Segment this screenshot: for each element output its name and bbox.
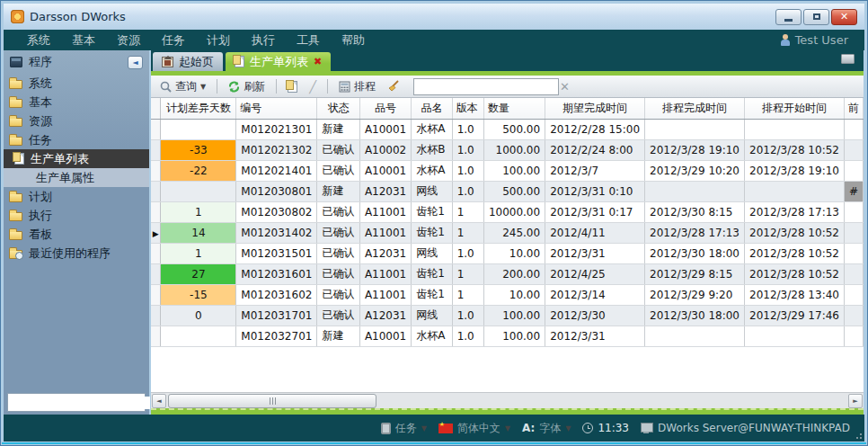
column-header-name[interactable]: 品名: [412, 98, 452, 119]
cell-pn[interactable]: A12031: [359, 305, 411, 326]
cell-sched_start[interactable]: 2012/3/28 10:52: [745, 139, 845, 160]
cell-status[interactable]: 新建: [317, 326, 359, 346]
status-language-menu[interactable]: 简体中文 ▼: [438, 421, 510, 436]
cell-name[interactable]: 齿轮1: [412, 222, 452, 243]
cell-no[interactable]: M012031701: [236, 305, 317, 326]
cell-extra[interactable]: [844, 160, 863, 181]
cell-extra[interactable]: [844, 139, 863, 160]
cell-diff[interactable]: -22: [161, 160, 236, 181]
cell-status[interactable]: 已确认: [317, 222, 359, 243]
minimize-button[interactable]: [775, 9, 802, 25]
cell-no[interactable]: M012031601: [236, 263, 317, 284]
cell-sched_start[interactable]: 2012/3/28 10:52: [745, 222, 845, 243]
horizontal-scrollbar[interactable]: ◄ ►: [151, 392, 864, 408]
cell-name[interactable]: 网线: [412, 243, 452, 263]
column-header-sched_start[interactable]: 排程开始时间: [745, 98, 845, 119]
column-header-diff[interactable]: 计划差异天数: [161, 98, 236, 119]
cell-due[interactable]: 2012/2/28 15:00: [545, 119, 645, 139]
sidebar-item-3[interactable]: 资源: [4, 112, 149, 130]
cell-sched_start[interactable]: 2012/3/28 10:52: [745, 263, 845, 284]
cell-due[interactable]: 2012/3/31 0:17: [545, 201, 645, 222]
cell-no[interactable]: M012031402: [236, 222, 317, 243]
table-row[interactable]: 0M012031701已确认A12031网线1.0100.002012/3/30…: [151, 305, 864, 326]
cell-no[interactable]: M012021302: [236, 139, 317, 160]
row-selector[interactable]: [151, 305, 161, 326]
cell-status[interactable]: 已确认: [317, 263, 359, 284]
table-row[interactable]: 1M012031501已确认A12031网线1.010.002012/3/312…: [151, 243, 864, 263]
cell-ver[interactable]: 1: [452, 222, 483, 243]
cell-qty[interactable]: 500.00: [483, 119, 545, 139]
schedule-button[interactable]: 排程: [335, 77, 379, 96]
cell-ver[interactable]: 1.0: [452, 305, 483, 326]
cell-qty[interactable]: 245.00: [483, 222, 545, 243]
cell-sched_start[interactable]: [745, 326, 845, 346]
table-row[interactable]: -15M012031602已确认A11001齿轮1110.002012/3/14…: [151, 284, 864, 305]
row-selector[interactable]: [151, 284, 161, 305]
cell-ver[interactable]: 1: [452, 201, 483, 222]
sidebar-item-6[interactable]: 生产单属性: [4, 168, 149, 187]
cell-diff[interactable]: 27: [161, 263, 236, 284]
cell-ver[interactable]: 1.0: [452, 160, 483, 181]
cell-pn[interactable]: A10002: [359, 139, 411, 160]
cell-extra[interactable]: [844, 119, 863, 139]
menu-item-7[interactable]: 工具: [286, 31, 331, 50]
cell-sched_end[interactable]: 2012/3/28 19:10: [645, 139, 745, 160]
table-row[interactable]: M012021301新建A10001水杯A1.0500.002012/2/28 …: [151, 119, 864, 139]
cell-status[interactable]: 已确认: [317, 284, 359, 305]
cell-sched_end[interactable]: 2012/3/30 18:00: [645, 243, 745, 263]
cell-sched_start[interactable]: 2012/3/28 19:10: [745, 160, 845, 181]
cell-due[interactable]: 2012/3/31: [545, 243, 645, 263]
row-selector[interactable]: [151, 326, 161, 346]
cell-due[interactable]: 2012/3/31 0:10: [545, 181, 645, 201]
close-button[interactable]: ✕: [831, 9, 857, 25]
cell-diff[interactable]: -15: [161, 284, 236, 305]
cell-sched_end[interactable]: [645, 326, 745, 346]
float-window-icon[interactable]: [841, 54, 855, 64]
table-row[interactable]: 1M012030802已确认A11001齿轮1110000.002012/3/3…: [151, 201, 864, 222]
menu-item-5[interactable]: 计划: [196, 31, 241, 50]
menu-item-3[interactable]: 资源: [106, 31, 151, 50]
cell-pn[interactable]: A12031: [359, 243, 411, 263]
cell-extra[interactable]: [844, 222, 863, 243]
table-row[interactable]: -22M012021401已确认A10001水杯A1.0100.002012/3…: [151, 160, 864, 181]
cell-sched_end[interactable]: [645, 119, 745, 139]
sidebar-item-8[interactable]: 执行: [4, 206, 149, 225]
cell-diff[interactable]: 14: [161, 222, 236, 243]
sidebar-item-7[interactable]: 计划: [4, 187, 149, 206]
toolbar-search-input[interactable]: [421, 80, 556, 93]
cell-pn[interactable]: A10001: [359, 119, 411, 139]
row-selector[interactable]: [151, 243, 161, 263]
cell-qty[interactable]: 10.00: [483, 243, 545, 263]
cell-sched_start[interactable]: 2012/3/29 17:46: [745, 305, 845, 326]
resize-grip[interactable]: [855, 433, 863, 440]
cell-diff[interactable]: 0: [161, 305, 236, 326]
cell-no[interactable]: M012021401: [236, 160, 317, 181]
cell-sched_end[interactable]: [645, 181, 745, 201]
cell-diff[interactable]: [161, 326, 236, 346]
cell-no[interactable]: M012021301: [236, 119, 317, 139]
row-selector[interactable]: [151, 119, 161, 139]
cell-qty[interactable]: 100.00: [483, 160, 545, 181]
cell-ver[interactable]: 1.0: [452, 139, 483, 160]
cell-due[interactable]: 2012/3/7: [545, 160, 645, 181]
cell-sched_start[interactable]: 2012/3/28 13:40: [745, 284, 845, 305]
toolbar-search-clear-icon[interactable]: ✕: [560, 81, 570, 93]
cell-sched_end[interactable]: 2012/3/28 17:13: [645, 222, 745, 243]
cell-pn[interactable]: A11001: [359, 201, 411, 222]
cell-extra[interactable]: [844, 284, 863, 305]
maximize-button[interactable]: [803, 9, 829, 25]
new-button[interactable]: [284, 79, 301, 94]
row-selector[interactable]: [151, 160, 161, 181]
column-header-no[interactable]: 编号: [236, 98, 317, 119]
sidebar-item-10[interactable]: 最近使用的程序: [4, 244, 149, 263]
cell-name[interactable]: 网线: [412, 181, 452, 201]
row-selector[interactable]: ▶: [151, 222, 161, 243]
row-selector[interactable]: [151, 201, 161, 222]
sidebar-search-input[interactable]: [15, 397, 150, 409]
cell-no[interactable]: M012030802: [236, 201, 317, 222]
scroll-right-button[interactable]: ►: [848, 394, 863, 408]
cell-ver[interactable]: 1.0: [452, 326, 483, 346]
row-selector[interactable]: [151, 263, 161, 284]
cell-name[interactable]: 水杯A: [412, 160, 452, 181]
cell-name[interactable]: 齿轮1: [412, 263, 452, 284]
